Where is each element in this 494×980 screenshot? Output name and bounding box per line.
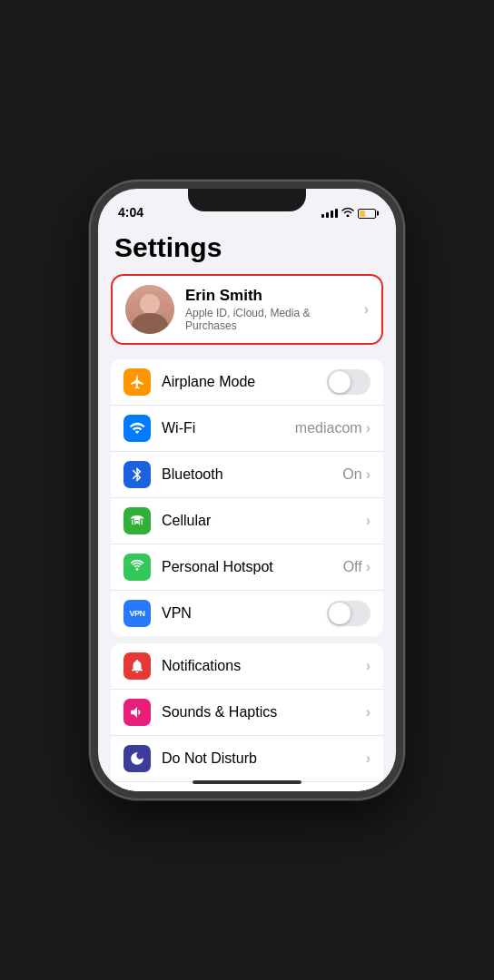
sounds-item[interactable]: Sounds & Haptics › xyxy=(111,690,383,736)
account-chevron: › xyxy=(364,301,369,318)
signal-icon xyxy=(321,209,338,218)
wifi-chevron: › xyxy=(366,420,370,436)
settings-scroll[interactable]: Settings Erin Smith Apple ID, iCloud, Me… xyxy=(98,225,396,791)
wifi-label: Wi-Fi xyxy=(162,420,295,436)
account-row[interactable]: Erin Smith Apple ID, iCloud, Media & Pur… xyxy=(111,274,383,345)
sounds-chevron: › xyxy=(366,704,370,720)
hotspot-value: Off xyxy=(343,559,362,575)
airplane-mode-item[interactable]: Airplane Mode xyxy=(111,359,383,406)
cellular-icon-wrap xyxy=(124,507,151,534)
network-group: Airplane Mode Wi-Fi mediacom › xyxy=(111,359,383,636)
svg-point-0 xyxy=(136,521,139,524)
hotspot-label: Personal Hotspot xyxy=(162,559,343,575)
airplane-mode-toggle[interactable] xyxy=(327,369,370,395)
vpn-toggle[interactable] xyxy=(327,601,370,626)
svg-rect-3 xyxy=(139,518,141,525)
bluetooth-item[interactable]: Bluetooth On › xyxy=(111,452,383,498)
notifications-chevron: › xyxy=(366,658,370,674)
vpn-icon-wrap: VPN xyxy=(124,600,151,627)
dnd-label: Do Not Disturb xyxy=(162,750,366,767)
svg-rect-1 xyxy=(132,520,133,525)
cellular-chevron: › xyxy=(366,513,370,529)
wifi-icon-wrap xyxy=(124,415,151,442)
wifi-item[interactable]: Wi-Fi mediacom › xyxy=(111,406,383,452)
avatar xyxy=(125,285,174,334)
cellular-label: Cellular xyxy=(162,513,366,529)
dnd-icon-wrap xyxy=(124,745,151,772)
bluetooth-icon-wrap xyxy=(124,461,151,488)
notifications-group: Notifications › Sounds & Haptics › xyxy=(111,643,383,791)
airplane-mode-label: Airplane Mode xyxy=(162,374,327,390)
sounds-icon-wrap xyxy=(124,699,151,726)
vpn-item[interactable]: VPN VPN xyxy=(111,591,383,636)
phone-frame: 4:04 xyxy=(91,181,403,799)
dnd-item[interactable]: Do Not Disturb › xyxy=(111,736,383,782)
screen: 4:04 xyxy=(98,189,396,791)
account-subtitle: Apple ID, iCloud, Media & Purchases xyxy=(185,307,364,332)
account-name: Erin Smith xyxy=(185,287,364,305)
page-title: Settings xyxy=(98,225,396,274)
hotspot-item[interactable]: Personal Hotspot Off › xyxy=(111,544,383,591)
bluetooth-chevron: › xyxy=(366,466,370,483)
sounds-label: Sounds & Haptics xyxy=(162,704,366,720)
notch xyxy=(188,189,306,211)
status-time: 4:04 xyxy=(118,205,143,220)
bluetooth-value: On xyxy=(342,466,361,483)
status-icons xyxy=(321,207,376,220)
svg-rect-2 xyxy=(134,518,136,525)
hotspot-icon-wrap xyxy=(124,554,151,581)
cellular-item[interactable]: Cellular › xyxy=(111,498,383,544)
bluetooth-label: Bluetooth xyxy=(162,466,342,483)
svg-rect-4 xyxy=(142,520,143,525)
dnd-chevron: › xyxy=(366,750,370,767)
notifications-icon-wrap xyxy=(124,652,151,680)
hotspot-chevron: › xyxy=(366,559,370,575)
notifications-item[interactable]: Notifications › xyxy=(111,643,383,690)
wifi-value: mediacom xyxy=(295,420,362,436)
account-info: Erin Smith Apple ID, iCloud, Media & Pur… xyxy=(185,287,364,332)
notifications-label: Notifications xyxy=(162,658,366,674)
wifi-status-icon xyxy=(341,207,354,220)
home-indicator xyxy=(193,780,301,784)
airplane-mode-icon xyxy=(124,368,151,396)
battery-icon xyxy=(358,209,376,219)
vpn-label: VPN xyxy=(162,605,327,622)
vpn-text: VPN xyxy=(129,609,144,618)
